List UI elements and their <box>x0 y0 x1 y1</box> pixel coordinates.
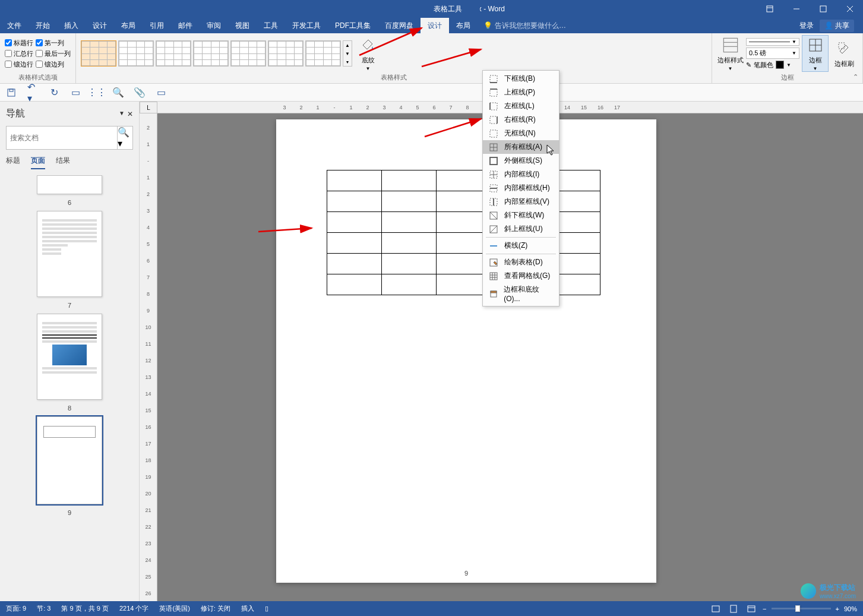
menu-item-borders-shading-dialog[interactable]: 边框和底纹(O)... <box>483 283 559 305</box>
status-language[interactable]: 英语(美国) <box>159 604 189 613</box>
tab-table-layout[interactable]: 布局 <box>449 18 478 33</box>
checkbox-最后一列[interactable]: 最后一列 <box>36 49 71 58</box>
close-icon[interactable] <box>836 0 863 18</box>
checkbox-镶边列[interactable]: 镶边列 <box>36 60 71 69</box>
tell-me-search[interactable]: 💡 告诉我您想要做什么… <box>478 18 799 33</box>
macro-record-icon[interactable]: ▯ <box>265 605 268 612</box>
borders-icon <box>806 36 825 55</box>
thumb-number: 6 <box>68 199 71 206</box>
vertical-ruler[interactable]: 21-1234567891011121314151617181920212223… <box>140 113 157 601</box>
tab-mailings[interactable]: 邮件 <box>171 18 200 33</box>
pen-weight-select[interactable]: 0.5 磅▼ <box>746 48 799 59</box>
pen-color-button[interactable]: ✎ 笔颜色 ▼ <box>746 61 799 70</box>
qat-icon-3[interactable]: ▭ <box>156 87 166 98</box>
qat-icon-1[interactable]: ▭ <box>70 87 81 98</box>
pen-style-select[interactable]: ▼ <box>746 38 799 46</box>
nav-search[interactable]: 🔍▾ <box>6 126 133 150</box>
zoom-level[interactable]: 90% <box>844 605 857 612</box>
status-words[interactable]: 2214 个字 <box>119 604 149 613</box>
share-button[interactable]: 👤 共享 <box>820 20 854 32</box>
menu-item-border-top[interactable]: 上框线(P) <box>483 86 559 99</box>
table-style-gallery[interactable]: ▲▼▾ <box>81 40 352 67</box>
zoom-slider[interactable] <box>772 608 831 609</box>
status-section[interactable]: 节: 3 <box>37 604 50 613</box>
checkbox-汇总行[interactable]: 汇总行 <box>5 49 33 58</box>
tab-references[interactable]: 引用 <box>143 18 171 33</box>
minimize-icon[interactable] <box>783 0 810 18</box>
menu-item-border-right[interactable]: 右框线(R) <box>483 113 559 127</box>
qat-icon-2[interactable]: ⋮⋮ <box>91 87 102 98</box>
tab-review[interactable]: 审阅 <box>200 18 228 33</box>
attach-icon[interactable]: 📎 <box>134 87 145 98</box>
zoom-out-icon[interactable]: − <box>763 605 766 612</box>
nav-title: 导航 <box>6 108 25 120</box>
print-preview-icon[interactable]: 🔍 <box>113 87 124 98</box>
border-none-icon <box>489 129 498 138</box>
web-layout-icon[interactable] <box>745 604 758 614</box>
border-painter-icon <box>835 39 854 58</box>
status-page-of[interactable]: 第 9 页，共 9 页 <box>61 604 108 613</box>
page-thumbnail[interactable] <box>37 314 102 400</box>
tab-design[interactable]: 设计 <box>86 18 114 33</box>
save-icon[interactable] <box>6 87 17 98</box>
menu-item-border-bottom[interactable]: 下框线(B) <box>483 72 559 86</box>
menu-item-horizontal-line[interactable]: 横线(Z) <box>483 239 559 252</box>
checkbox-标题行[interactable]: 标题行 <box>5 39 33 48</box>
tab-layout[interactable]: 布局 <box>114 18 143 33</box>
menu-item-border-inside-h[interactable]: 内部横框线(H) <box>483 181 559 195</box>
menu-item-border-inside[interactable]: 内部框线(I) <box>483 168 559 181</box>
checkbox-镶边行[interactable]: 镶边行 <box>5 60 33 69</box>
ruler-corner[interactable]: L <box>140 102 157 113</box>
borders-button[interactable]: 边框 ▼ <box>802 35 829 72</box>
page-thumbnail[interactable] <box>37 416 102 504</box>
search-icon[interactable]: 🔍▾ <box>117 127 132 149</box>
ribbon-display-options-icon[interactable] <box>756 0 783 18</box>
nav-search-input[interactable] <box>7 127 117 149</box>
menu-item-draw-table[interactable]: 绘制表格(D) <box>483 255 559 269</box>
tab-insert[interactable]: 插入 <box>57 18 86 33</box>
svg-rect-41 <box>490 273 497 280</box>
undo-icon[interactable]: ↶ ▾ <box>27 87 38 98</box>
login-link[interactable]: 登录 <box>799 21 814 31</box>
print-layout-icon[interactable] <box>727 604 740 614</box>
document-page[interactable]: 9 <box>276 119 656 583</box>
border-left-icon <box>489 102 498 111</box>
svg-rect-3 <box>820 6 826 12</box>
status-track-changes[interactable]: 修订: 关闭 <box>201 604 230 613</box>
nav-dropdown-icon[interactable]: ▼ <box>119 110 125 118</box>
svg-line-49 <box>422 49 481 67</box>
menu-item-border-diag-down[interactable]: 斜下框线(W) <box>483 209 559 222</box>
redo-icon[interactable]: ↻ <box>49 87 59 98</box>
tab-home[interactable]: 开始 <box>29 18 57 33</box>
tab-view[interactable]: 视图 <box>228 18 257 33</box>
nav-tab-results[interactable]: 结果 <box>56 156 70 169</box>
status-insert-mode[interactable]: 插入 <box>241 604 254 613</box>
menu-item-view-gridlines[interactable]: 查看网格线(G) <box>483 269 559 283</box>
zoom-in-icon[interactable]: + <box>836 605 839 612</box>
tab-file[interactable]: 文件 <box>0 18 29 33</box>
page-thumbnail[interactable] <box>37 175 102 194</box>
border-styles-button[interactable]: 边框样式 ▼ <box>717 36 744 71</box>
tab-tools[interactable]: 工具 <box>257 18 285 33</box>
tab-developer[interactable]: 开发工具 <box>285 18 328 33</box>
svg-rect-19 <box>490 103 497 110</box>
table-tools-label: 表格工具 <box>416 0 480 18</box>
border-outside-icon <box>489 156 498 166</box>
maximize-icon[interactable] <box>810 0 836 18</box>
svg-rect-23 <box>490 130 497 137</box>
checkbox-第一列[interactable]: 第一列 <box>36 39 71 48</box>
page-thumbnail[interactable] <box>37 211 102 297</box>
menu-item-border-diag-up[interactable]: 斜上框线(U) <box>483 222 559 236</box>
menu-item-border-inside-v[interactable]: 内部竖框线(V) <box>483 195 559 209</box>
collapse-ribbon-icon[interactable]: ⌃ <box>853 73 858 81</box>
border-painter-button[interactable]: 边框刷 <box>831 39 858 68</box>
menu-item-border-left[interactable]: 左框线(L) <box>483 99 559 113</box>
menu-item-border-none[interactable]: 无框线(N) <box>483 127 559 140</box>
status-page[interactable]: 页面: 9 <box>6 604 26 613</box>
gallery-scroll[interactable]: ▲▼▾ <box>343 40 352 67</box>
nav-tab-headings[interactable]: 标题 <box>6 156 20 169</box>
nav-close-icon[interactable]: ✕ <box>127 110 133 118</box>
pen-icon: ✎ <box>746 61 751 69</box>
nav-tab-pages[interactable]: 页面 <box>31 156 45 169</box>
read-mode-icon[interactable] <box>709 604 722 614</box>
